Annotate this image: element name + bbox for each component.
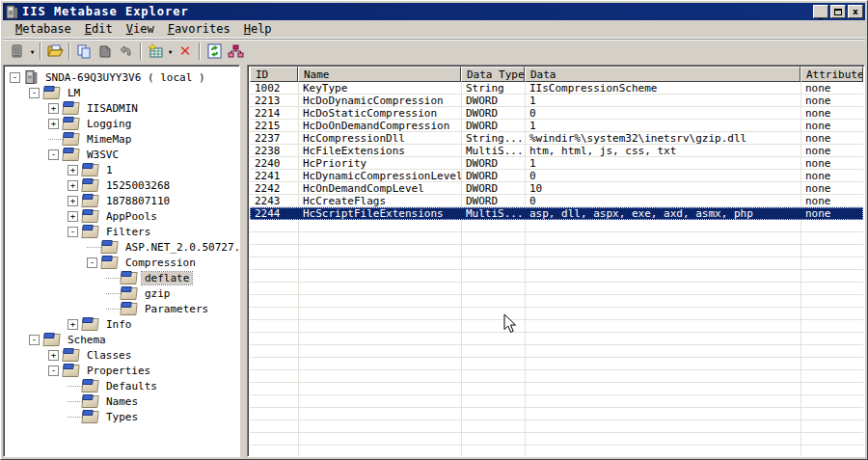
tree-item-label[interactable]: Defaults bbox=[103, 380, 160, 392]
tree-view-button[interactable] bbox=[225, 41, 246, 62]
tree-item-label[interactable]: SNDA-69Q3UYY3V6 ( local ) bbox=[42, 71, 208, 84]
cell-id: 2243 bbox=[250, 195, 298, 207]
new-record-button[interactable] bbox=[145, 41, 166, 62]
copy-button[interactable] bbox=[73, 41, 95, 62]
tree-item-label[interactable]: AppPools bbox=[103, 210, 160, 223]
table-row[interactable]: 2237 HcCompressionDll String... %windir%… bbox=[250, 132, 863, 145]
cell-name: HcCreateFlags bbox=[298, 195, 461, 207]
tree-item-deflate: deflate bbox=[4, 270, 239, 285]
tree-expander[interactable]: + bbox=[68, 180, 78, 191]
cell-id: 2237 bbox=[250, 132, 298, 145]
connect-computer-icon bbox=[10, 43, 25, 59]
key-folder-icon bbox=[81, 164, 98, 176]
tree-item-label[interactable]: Names bbox=[103, 395, 141, 408]
tree-item-label[interactable]: Parameters bbox=[142, 303, 211, 315]
tree-expander[interactable]: + bbox=[48, 350, 59, 361]
cell-data: 0 bbox=[525, 195, 800, 207]
connect-dropdown-arrow[interactable]: ▼ bbox=[28, 41, 37, 62]
refresh-button[interactable] bbox=[203, 41, 225, 62]
connect-button[interactable] bbox=[7, 41, 28, 62]
title-bar[interactable]: IIS Metabase Explorer _ x bbox=[3, 3, 865, 20]
table-row[interactable]: 2241 HcDynamicCompressionLevel DWORD 0 n… bbox=[250, 170, 863, 182]
tree-item-label[interactable]: W3SVC bbox=[84, 149, 122, 161]
menu-view[interactable]: View bbox=[120, 21, 161, 37]
tree-expander[interactable]: + bbox=[68, 211, 78, 222]
menu-help[interactable]: Help bbox=[237, 21, 279, 37]
column-header-attributes[interactable]: Attributes bbox=[800, 67, 863, 82]
key-folder-icon bbox=[120, 303, 137, 315]
close-button[interactable]: x bbox=[848, 5, 863, 18]
table-row[interactable]: 2215 HcDoOnDemandCompression DWORD 1 non… bbox=[250, 120, 863, 132]
tree-expander[interactable]: + bbox=[68, 165, 78, 176]
tree-item-label[interactable]: gzip bbox=[142, 287, 174, 300]
table-row-selected[interactable]: 2244 HcScriptFileExtensions MultiS... as… bbox=[250, 207, 863, 220]
tree-expander[interactable]: - bbox=[48, 149, 59, 160]
tree-expander[interactable]: - bbox=[68, 227, 78, 237]
menu-favorites[interactable]: Favorites bbox=[161, 21, 237, 37]
tree-item-properties: - Properties bbox=[4, 363, 239, 378]
tree-item-label[interactable]: Logging bbox=[84, 118, 134, 130]
tree-item-lm: - LM bbox=[4, 85, 239, 100]
tree-item-label[interactable]: MimeMap bbox=[84, 133, 134, 146]
tree-expander[interactable]: - bbox=[87, 257, 97, 268]
tree-item-label[interactable]: Classes bbox=[84, 349, 134, 362]
cell-id: 1002 bbox=[250, 82, 298, 95]
cell-attributes: none bbox=[800, 157, 863, 170]
tree-expander[interactable]: + bbox=[68, 196, 78, 206]
tree-item-label[interactable]: Info bbox=[103, 318, 135, 331]
toolbar-separator bbox=[68, 42, 70, 60]
key-folder-icon bbox=[120, 287, 137, 300]
tree-item-label[interactable]: 1 bbox=[103, 164, 116, 176]
tree-item-label[interactable]: 1878807110 bbox=[103, 195, 173, 207]
tree-item-label[interactable]: IISADMIN bbox=[84, 102, 141, 115]
tree-expander[interactable]: - bbox=[29, 88, 40, 98]
cell-id: 2241 bbox=[250, 170, 298, 182]
tree-item-label[interactable]: Filters bbox=[103, 226, 153, 238]
tree-expander[interactable]: - bbox=[29, 335, 40, 345]
tree-item-label[interactable]: Types bbox=[103, 411, 141, 423]
tree-expander[interactable]: - bbox=[48, 365, 59, 376]
paste-button[interactable] bbox=[95, 41, 116, 62]
menu-edit[interactable]: Edit bbox=[78, 21, 120, 37]
cell-name: HcDynamicCompressionLevel bbox=[298, 170, 461, 182]
open-button[interactable] bbox=[44, 41, 66, 62]
column-header-id[interactable]: ID bbox=[250, 67, 298, 82]
tree-item-w3svc: - W3SVC bbox=[4, 147, 239, 162]
tree-item-label[interactable]: LM bbox=[65, 87, 83, 99]
undo-button[interactable] bbox=[116, 41, 137, 62]
tree-expander[interactable]: + bbox=[48, 103, 59, 114]
tree-expander[interactable]: - bbox=[10, 72, 20, 83]
cell-data-type: MultiS... bbox=[461, 207, 525, 220]
menu-metabase[interactable]: Metabase bbox=[9, 21, 78, 37]
tree-item-label[interactable]: Compression bbox=[122, 257, 199, 269]
table-row[interactable]: 1002 KeyType String IIsCompressionScheme… bbox=[250, 82, 863, 95]
cell-data: 0 bbox=[525, 107, 800, 120]
key-folder-icon bbox=[100, 257, 118, 269]
table-row[interactable]: 2242 HcOnDemandCompLevel DWORD 10 none bbox=[250, 182, 863, 195]
column-header-name[interactable]: Name bbox=[298, 67, 461, 82]
table-row[interactable]: 2214 HcDoStaticCompression DWORD 0 none bbox=[250, 107, 863, 120]
tree-item-label[interactable]: ASP.NET_2.0.50727.0 bbox=[122, 241, 240, 254]
tree-item-label[interactable]: Properties bbox=[84, 365, 153, 377]
table-row[interactable]: 2240 HcPriority DWORD 1 none bbox=[250, 157, 863, 170]
tree-item-label[interactable]: Schema bbox=[65, 334, 109, 346]
cell-name: HcDoDynamicCompression bbox=[298, 95, 461, 107]
tree-item-label[interactable]: 1525003268 bbox=[103, 179, 173, 192]
tree-expander[interactable]: + bbox=[48, 119, 59, 129]
tree-item-label[interactable]: deflate bbox=[142, 272, 192, 284]
table-row[interactable]: 2238 HcFileExtensions MultiS... htm, htm… bbox=[250, 145, 863, 157]
maximize-button[interactable] bbox=[830, 5, 846, 18]
tree-expander[interactable]: + bbox=[68, 319, 78, 330]
column-header-data[interactable]: Data bbox=[525, 67, 800, 82]
cell-data: 1 bbox=[525, 120, 800, 132]
column-header-data-type[interactable]: Data Type bbox=[461, 67, 525, 82]
table-row[interactable]: 2213 HcDoDynamicCompression DWORD 1 none bbox=[250, 95, 863, 107]
cell-data-type: MultiS... bbox=[461, 145, 525, 157]
delete-record-button[interactable]: ✕ bbox=[175, 41, 196, 62]
refresh-icon bbox=[207, 43, 222, 59]
new-record-dropdown-arrow[interactable]: ▼ bbox=[166, 41, 175, 62]
panel-splitter[interactable] bbox=[240, 65, 247, 457]
minimize-button[interactable]: _ bbox=[813, 5, 828, 18]
table-row[interactable]: 2243 HcCreateFlags DWORD 0 none bbox=[250, 195, 863, 207]
tree-connector bbox=[106, 278, 121, 279]
